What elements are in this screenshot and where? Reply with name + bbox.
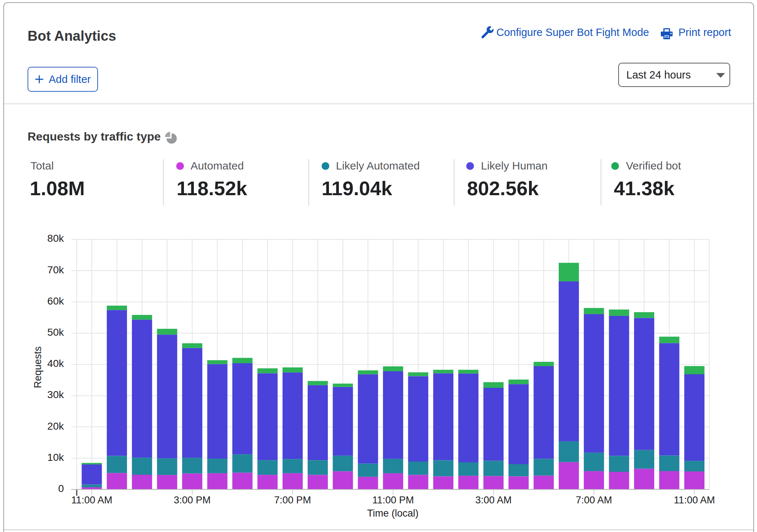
svg-text:50k: 50k — [47, 327, 64, 338]
svg-text:60k: 60k — [47, 295, 64, 307]
svg-text:3:00 AM: 3:00 AM — [475, 495, 512, 506]
svg-text:11:00 PM: 11:00 PM — [372, 495, 414, 506]
svg-text:7:00 AM: 7:00 AM — [576, 495, 612, 506]
svg-text:11:00 AM: 11:00 AM — [71, 495, 112, 506]
svg-text:40k: 40k — [47, 358, 64, 369]
svg-text:7:00 PM: 7:00 PM — [274, 495, 311, 506]
svg-text:11:00 AM: 11:00 AM — [674, 495, 715, 506]
svg-text:30k: 30k — [47, 389, 64, 400]
svg-text:3:00 PM: 3:00 PM — [174, 495, 211, 506]
svg-text:20k: 20k — [47, 420, 64, 432]
svg-text:10k: 10k — [47, 452, 64, 463]
svg-text:Requests: Requests — [32, 346, 43, 388]
svg-text:80k: 80k — [47, 233, 64, 244]
svg-text:70k: 70k — [47, 264, 64, 276]
svg-text:0: 0 — [58, 483, 64, 494]
svg-text:Time (local): Time (local) — [367, 508, 419, 519]
